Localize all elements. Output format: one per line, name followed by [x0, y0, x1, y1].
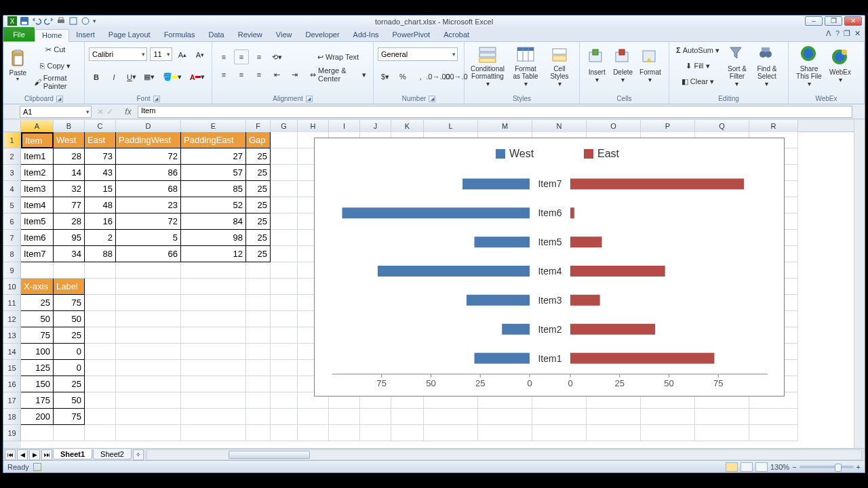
- percent-button[interactable]: %: [395, 69, 410, 84]
- row-header-4[interactable]: 4: [3, 181, 21, 197]
- row-header-12[interactable]: 12: [3, 311, 21, 327]
- qat-more-icon[interactable]: ▾: [93, 18, 96, 24]
- sort-filter-button[interactable]: Sort & Filter▾: [722, 43, 752, 88]
- doc-close-icon[interactable]: ✕: [854, 29, 861, 38]
- cell[interactable]: 75: [21, 327, 54, 344]
- tab-review[interactable]: Review: [231, 29, 269, 41]
- sheet-tab-sheet1[interactable]: Sheet1: [53, 449, 92, 460]
- col-header-O[interactable]: O: [587, 120, 641, 132]
- tab-formulas[interactable]: Formulas: [157, 29, 202, 41]
- cell[interactable]: 27: [181, 148, 246, 165]
- cell[interactable]: 34: [54, 246, 85, 262]
- cell[interactable]: Item7: [21, 246, 54, 262]
- row-header-11[interactable]: 11: [3, 295, 21, 311]
- webex-button[interactable]: WebEx▾: [825, 43, 855, 88]
- cell[interactable]: 100: [21, 344, 54, 360]
- cell[interactable]: 25: [246, 165, 271, 181]
- cell[interactable]: [271, 230, 298, 246]
- formula-input[interactable]: Item: [138, 106, 852, 118]
- cell[interactable]: [641, 409, 695, 425]
- clipboard-dialog-icon[interactable]: ◢: [56, 96, 63, 102]
- cell[interactable]: 72: [116, 214, 181, 230]
- cell[interactable]: [181, 409, 246, 425]
- cell[interactable]: Label: [54, 279, 85, 295]
- tab-acrobat[interactable]: Acrobat: [437, 29, 476, 41]
- cell[interactable]: [181, 360, 246, 376]
- col-header-J[interactable]: J: [360, 120, 391, 132]
- sheet-nav-first-icon[interactable]: ⏮: [5, 449, 16, 460]
- close-button[interactable]: ✕: [844, 16, 862, 26]
- cell[interactable]: [271, 360, 298, 376]
- cell[interactable]: [360, 409, 391, 425]
- cell[interactable]: [298, 425, 329, 441]
- copy-button[interactable]: ⎘ Copy ▾: [31, 58, 80, 73]
- cell[interactable]: [21, 262, 54, 279]
- italic-button[interactable]: I: [106, 70, 121, 85]
- cell[interactable]: [749, 425, 798, 441]
- cell[interactable]: [271, 425, 298, 441]
- row-header-18[interactable]: 18: [3, 409, 21, 425]
- cell[interactable]: 25: [246, 181, 271, 197]
- delete-cells-button[interactable]: Delete▾: [610, 43, 635, 88]
- cell[interactable]: PaddingWest: [116, 132, 181, 148]
- normal-view-icon[interactable]: [726, 462, 738, 472]
- row-header-13[interactable]: 13: [3, 327, 21, 344]
- cell[interactable]: 50: [21, 311, 54, 327]
- cell[interactable]: Item3: [21, 181, 54, 197]
- sheet-nav-prev-icon[interactable]: ◀: [17, 449, 28, 460]
- tab-add-ins[interactable]: Add-Ins: [347, 29, 386, 41]
- cell[interactable]: [246, 392, 271, 409]
- tab-page-layout[interactable]: Page Layout: [102, 29, 157, 41]
- cell[interactable]: [54, 425, 85, 441]
- col-header-L[interactable]: L: [424, 120, 478, 132]
- align-left-button[interactable]: ≡: [216, 67, 231, 82]
- cell[interactable]: 0: [54, 360, 85, 376]
- cell[interactable]: 72: [116, 148, 181, 165]
- column-headers[interactable]: ABCDEFGHIJKLMNOPQR: [21, 120, 854, 132]
- cell[interactable]: 150: [21, 376, 54, 392]
- cell[interactable]: [695, 409, 749, 425]
- cell[interactable]: [116, 376, 181, 392]
- cell[interactable]: [181, 392, 246, 409]
- cell[interactable]: 2: [85, 230, 116, 246]
- cell[interactable]: [271, 246, 298, 262]
- cell[interactable]: [271, 327, 298, 344]
- cell[interactable]: [246, 409, 271, 425]
- cell[interactable]: Item4: [21, 197, 54, 214]
- col-header-R[interactable]: R: [749, 120, 798, 132]
- cell[interactable]: East: [85, 132, 116, 148]
- orientation-button[interactable]: ⟲▾: [269, 49, 285, 64]
- border-button[interactable]: ▦▾: [142, 70, 157, 85]
- align-right-button[interactable]: ≡: [252, 67, 267, 82]
- cell[interactable]: 86: [116, 165, 181, 181]
- row-header-1[interactable]: 1: [3, 132, 21, 148]
- col-header-K[interactable]: K: [391, 120, 424, 132]
- row-header-19[interactable]: 19: [3, 425, 21, 441]
- cell[interactable]: [246, 311, 271, 327]
- cell[interactable]: [85, 295, 116, 311]
- cell[interactable]: [181, 327, 246, 344]
- cell[interactable]: PaddingEast: [181, 132, 246, 148]
- font-dialog-icon[interactable]: ◢: [153, 96, 160, 102]
- accounting-button[interactable]: $▾: [378, 69, 393, 84]
- cell[interactable]: [85, 360, 116, 376]
- cell[interactable]: [181, 262, 246, 279]
- cell[interactable]: [271, 181, 298, 197]
- print-icon[interactable]: [56, 16, 66, 26]
- cell[interactable]: [116, 360, 181, 376]
- cell[interactable]: 16: [85, 214, 116, 230]
- find-select-button[interactable]: Find & Select▾: [752, 43, 782, 88]
- cell[interactable]: [54, 262, 85, 279]
- cell[interactable]: 0: [54, 344, 85, 360]
- cell[interactable]: [116, 295, 181, 311]
- cell[interactable]: [21, 425, 54, 441]
- col-header-F[interactable]: F: [246, 120, 271, 132]
- tab-insert[interactable]: Insert: [69, 29, 102, 41]
- tab-home[interactable]: Home: [35, 29, 69, 42]
- cell[interactable]: [181, 295, 246, 311]
- redo-icon[interactable]: [44, 16, 54, 26]
- decrease-indent-button[interactable]: ⇤: [269, 67, 284, 82]
- row-header-6[interactable]: 6: [3, 214, 21, 230]
- cell[interactable]: 84: [181, 214, 246, 230]
- sheet-nav-last-icon[interactable]: ⏭: [41, 449, 52, 460]
